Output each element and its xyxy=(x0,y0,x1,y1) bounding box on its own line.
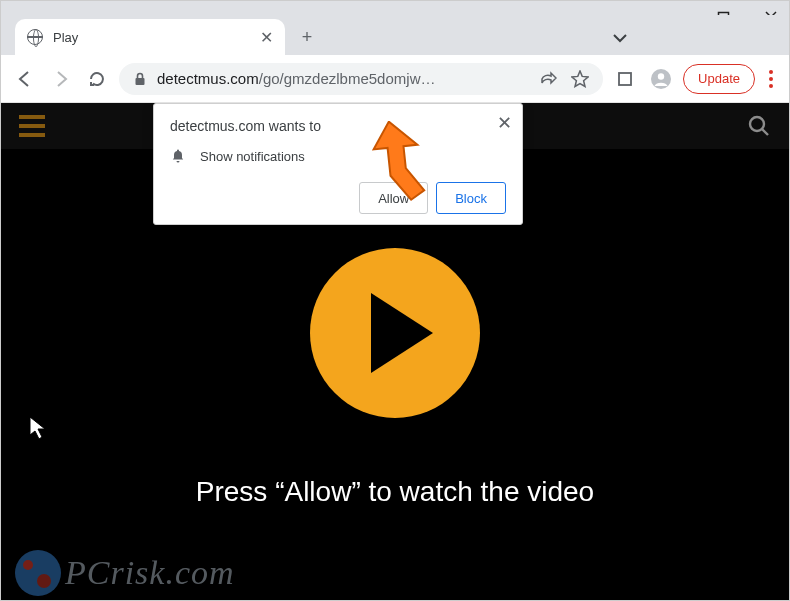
update-button[interactable]: Update xyxy=(683,64,755,94)
notification-permission-label: Show notifications xyxy=(200,149,305,164)
reload-button[interactable] xyxy=(83,65,111,93)
svg-point-8 xyxy=(658,73,664,79)
url-text: detectmus.com/go/gmzdezlbme5domjw… xyxy=(157,70,435,87)
svg-point-9 xyxy=(750,117,764,131)
allow-button[interactable]: Allow xyxy=(359,182,428,214)
share-icon[interactable] xyxy=(539,70,557,88)
lock-icon xyxy=(133,72,147,86)
notification-actions: Allow Block xyxy=(170,182,506,214)
svg-marker-12 xyxy=(30,417,45,439)
svg-marker-5 xyxy=(572,71,588,87)
tab-strip: Play ✕ + xyxy=(1,15,789,55)
extensions-button[interactable] xyxy=(611,65,639,93)
play-triangle-icon xyxy=(371,293,433,373)
address-bar: detectmus.com/go/gmzdezlbme5domjw… Updat… xyxy=(1,55,789,103)
omnibox-actions xyxy=(539,70,589,88)
play-button[interactable] xyxy=(310,248,480,418)
chrome-menu-button[interactable] xyxy=(763,64,779,94)
tab-close-button[interactable]: ✕ xyxy=(260,28,273,47)
back-button[interactable] xyxy=(11,65,39,93)
profile-button[interactable] xyxy=(647,65,675,93)
svg-rect-6 xyxy=(619,73,631,85)
page-content: ✕ detectmus.com wants to Show notificati… xyxy=(1,103,789,600)
globe-icon xyxy=(27,29,43,45)
notification-permission-row: Show notifications xyxy=(170,148,506,164)
watermark: PCrisk.com xyxy=(15,550,235,596)
notification-prompt: ✕ detectmus.com wants to Show notificati… xyxy=(153,103,523,225)
bell-icon xyxy=(170,148,186,164)
block-button[interactable]: Block xyxy=(436,182,506,214)
svg-line-10 xyxy=(762,129,768,135)
notification-title: detectmus.com wants to xyxy=(170,118,506,134)
hamburger-menu-icon[interactable] xyxy=(19,115,45,137)
url-host: detectmus.com xyxy=(157,70,259,87)
new-tab-button[interactable]: + xyxy=(293,23,321,51)
browser-tab[interactable]: Play ✕ xyxy=(15,19,285,55)
omnibox[interactable]: detectmus.com/go/gmzdezlbme5domjw… xyxy=(119,63,603,95)
notification-close-button[interactable]: ✕ xyxy=(497,112,512,134)
search-icon[interactable] xyxy=(747,114,771,138)
mouse-cursor-icon xyxy=(29,416,47,440)
watermark-text: PCrisk.com xyxy=(65,554,235,592)
press-allow-text: Press “Allow” to watch the video xyxy=(1,476,789,508)
bookmark-star-icon[interactable] xyxy=(571,70,589,88)
svg-rect-4 xyxy=(136,78,145,85)
browser-window: Play ✕ + detectmus.com/go/gmzdezlbme5dom… xyxy=(0,0,790,601)
tab-search-button[interactable] xyxy=(611,29,629,51)
forward-button[interactable] xyxy=(47,65,75,93)
watermark-logo-icon xyxy=(15,550,61,596)
tab-title: Play xyxy=(53,30,250,45)
url-path: /go/gmzdezlbme5domjw… xyxy=(259,70,436,87)
